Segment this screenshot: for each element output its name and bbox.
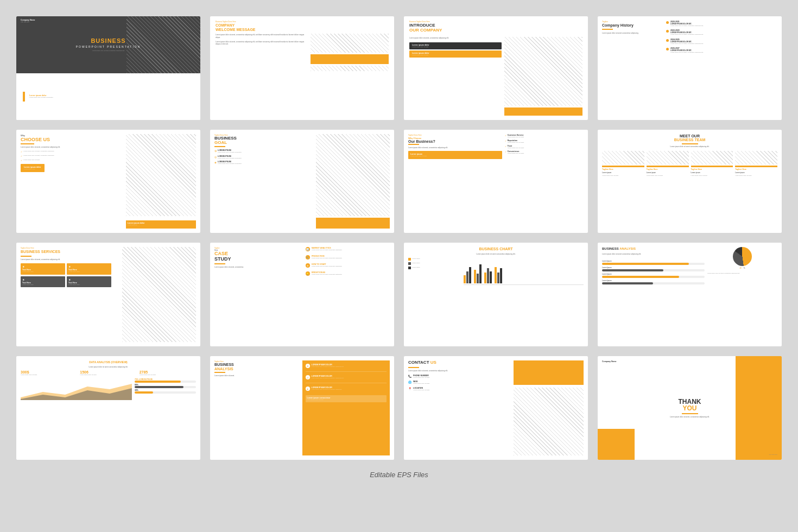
slide3-img1 bbox=[504, 37, 582, 106]
welcome-orange-block bbox=[311, 54, 389, 64]
choose-left: Why CHOOSE US Lorem ipsum dolor sit amet… bbox=[21, 134, 123, 229]
why-items: ✓ Customer Service Lorem ipsum dolor sit… bbox=[505, 134, 584, 155]
slide-goal: Tagline Does Here BUSINESS GOAL ⚙ LOREM … bbox=[210, 130, 394, 233]
check-icon-trust: ✓ bbox=[505, 145, 506, 148]
page-container: Company Name Your Tag Here BUSINESS POWE… bbox=[16, 16, 782, 479]
goal-item-1: ⚙ LOREM IPSUM Lorem ipsum dolor sit amet… bbox=[214, 149, 313, 153]
location-icon: 📍 bbox=[408, 387, 411, 390]
check-item-1: ✓ Lorem ipsum dolor sit amet, consectetu… bbox=[21, 150, 123, 153]
team-photo-3 bbox=[691, 151, 733, 164]
why-item-1: ✓ Customer Service Lorem ipsum dolor sit… bbox=[505, 134, 584, 138]
history-title: Company History bbox=[602, 23, 663, 30]
service-card-3: ★ Text Here Lorem ipsum dolor bbox=[21, 276, 65, 287]
why-title: Our Business? bbox=[408, 140, 502, 143]
case-title: CASE STUDY bbox=[214, 251, 303, 262]
hbar-4: Lorem Ipsum bbox=[602, 280, 705, 284]
case-item-4: 💡 BRIGHT IDEAS Lorem ipsum dolor sit ame… bbox=[306, 271, 390, 276]
stat-1: 300$ Lorem ipsum dolor sit amet bbox=[21, 370, 77, 376]
welcome-image-2 bbox=[311, 66, 389, 71]
info-box-dark: Lorem ipsum dolor Lorem ipsum dolor sit … bbox=[409, 42, 502, 49]
slide-team: MEET OUR BUSINESS TEAM Lorem ipsum dolor… bbox=[598, 130, 782, 233]
legend-color-3 bbox=[408, 267, 411, 269]
bar-3b bbox=[487, 268, 489, 283]
bar-4a bbox=[495, 267, 497, 283]
why-item-4: ✓ Convenience Lorem ipsum dolor sit amet… bbox=[505, 150, 584, 154]
goal-left: Tagline Does Here BUSINESS GOAL ⚙ LOREM … bbox=[214, 134, 313, 229]
services-title: BUSINESS SERVICES bbox=[21, 250, 119, 254]
check-item-2: ✓ Lorem ipsum dolor sit amet, consectetu… bbox=[21, 155, 123, 157]
welcome-image-1 bbox=[311, 34, 389, 53]
analysis-item-3: ◈ LOREM IPSUM DOLOR Lorem ipsum dolor si… bbox=[306, 387, 387, 391]
legend-2: Lorem Ipsum bbox=[408, 262, 461, 265]
chart-legend: Lorem Ipsum Lorem Ipsum Lorem Ipsum bbox=[408, 258, 461, 343]
data-chart-area: 75% LOREM IPSUM 80% 30% bbox=[21, 378, 196, 455]
slide-case-study: Tagline Here CASE STUDY Lorem ipsum dolo… bbox=[210, 243, 394, 346]
bar-4c bbox=[500, 268, 502, 283]
slide-analysis: BUSINESS ANALYSIS Lorem ipsum dolor sit … bbox=[598, 243, 782, 346]
progress-3: 30% bbox=[135, 389, 196, 394]
slide3-text: Lorem ipsum dolor sit amet, consectetur … bbox=[409, 37, 502, 116]
gear-icon-1: ⚙ bbox=[214, 149, 217, 153]
choose-items: ✓ Lorem ipsum dolor sit amet, consectetu… bbox=[21, 150, 123, 162]
info-box-orange: Lorem ipsum dolor Lorem ipsum dolor sit … bbox=[409, 50, 502, 58]
choose-feature-box: Lorem ipsum dolor Lorem ipsum dolor bbox=[21, 164, 123, 172]
slide-thankyou: Company Name THANK YOU Lorem ipsum dolor… bbox=[598, 356, 782, 460]
team-cards: Tagline Here Lorem ipsum Lorem ipsum dol… bbox=[602, 151, 777, 176]
company-logo: Company Name Your Tag Here bbox=[21, 19, 35, 23]
analysis-highlight: Lorem ipsum consectetur Lorem ipsum dolo… bbox=[306, 395, 387, 402]
bar-group-2 bbox=[474, 264, 482, 283]
welcome-images bbox=[311, 34, 389, 115]
bar-group-1 bbox=[464, 267, 471, 283]
slide3-images bbox=[504, 37, 582, 116]
legend-color-2 bbox=[408, 262, 411, 265]
data-analysis-title: DATA ANALYSIS (OVERVIEW) bbox=[21, 360, 196, 364]
why-feature: Lorem ipsum Lorem ipsum dolor sit amet bbox=[408, 151, 502, 159]
welcome-text: Lorem ipsum dolor sit amet, consectetur … bbox=[216, 34, 307, 115]
bar-2b bbox=[477, 274, 479, 283]
bar-group-3 bbox=[484, 268, 492, 283]
check-icon-2: ✓ bbox=[21, 155, 22, 157]
choose-right: Lorem ipsum dolor Lorem ipsum sit bbox=[126, 134, 196, 229]
case-item-2: 🔧 PRODUCTION Lorem ipsum dolor sit amet … bbox=[306, 255, 390, 259]
goal-items: ⚙ LOREM IPSUM Lorem ipsum dolor sit amet… bbox=[214, 149, 313, 164]
history-dot-3 bbox=[666, 39, 669, 42]
slide-welcome: Business Tagline Does Here COMPANY WELCO… bbox=[210, 16, 394, 120]
hbar-fill-1 bbox=[602, 263, 689, 265]
team-member-2: Tagline Here Lorem ipsum Lorem ipsum dol… bbox=[647, 151, 689, 176]
bar-4b bbox=[497, 273, 499, 283]
biz-analysis2-title: BUSINESS ANALYSIS bbox=[214, 363, 300, 371]
slide-why-business: Tagline Does Here Why Choose Our Busines… bbox=[404, 130, 588, 233]
chart-body: Lorem Ipsum Lorem Ipsum Lorem Ipsum bbox=[408, 258, 584, 343]
slide3-body: Lorem ipsum dolor sit amet, consectetur … bbox=[409, 37, 582, 116]
hbar-3: Lorem Ipsum bbox=[602, 273, 705, 278]
why-item-3: ✓ Trust Lorem ipsum dolor sit amet. bbox=[505, 145, 584, 149]
bar-3a bbox=[484, 273, 486, 283]
check-icon-3: ✓ bbox=[21, 159, 22, 162]
goal-title: BUSINESS GOAL bbox=[214, 136, 313, 148]
contact-title: CONTACT US bbox=[408, 360, 511, 365]
contact-web: 🌐 WEB Lorem ipsum dolor sit amet. bbox=[408, 381, 511, 384]
slide3-title: INTRODUCE OUR COMPANY bbox=[409, 23, 582, 33]
analysis-bars: Lorem Ipsum Lorem Ipsum Lorem Ipsum bbox=[602, 260, 705, 286]
history-item-1: 2020-2021 LOREM IPSUM DOLOR BIT- Lorem i… bbox=[666, 21, 777, 27]
gear-icon-3: ◈ bbox=[214, 161, 217, 164]
cover-footer-text: Lorem ipsum dolor Lorem ipsum dolor sit … bbox=[29, 94, 53, 98]
history-tagline: Tagline bbox=[602, 21, 663, 23]
chart-bars bbox=[464, 258, 584, 285]
team-photo-1 bbox=[602, 151, 644, 164]
chart-title: BUSINESS CHART bbox=[408, 247, 584, 251]
team-header: MEET OUR BUSINESS TEAM Lorem ipsum dolor… bbox=[602, 134, 777, 148]
team-photo-4 bbox=[735, 151, 777, 164]
progress-items: 75% LOREM IPSUM 80% 30% bbox=[135, 378, 196, 455]
slide-services: Tagline Does Here BUSINESS SERVICES Lore… bbox=[16, 243, 200, 346]
history-dot-2 bbox=[666, 30, 669, 33]
service-card-2: ★ Text Here Lorem ipsum dolor bbox=[67, 263, 111, 274]
analysis-icon-1: ⚙ bbox=[306, 364, 310, 368]
thankyou-content: Company Name THANK YOU Lorem ipsum dolor… bbox=[598, 356, 782, 460]
contact-location: 📍 LOCATION Lorem ipsum dolor sit amet. bbox=[408, 387, 511, 391]
thankyou-tagline: Your Tag Here bbox=[602, 454, 777, 455]
case-item-3: ⚙ HOW TO START Lorem ipsum dolor sit ame… bbox=[306, 263, 390, 268]
analysis-icon-2: ◎ bbox=[306, 375, 310, 379]
slide-tagline: Business Tagline Does Here bbox=[216, 21, 389, 23]
bar-1b bbox=[466, 271, 468, 283]
